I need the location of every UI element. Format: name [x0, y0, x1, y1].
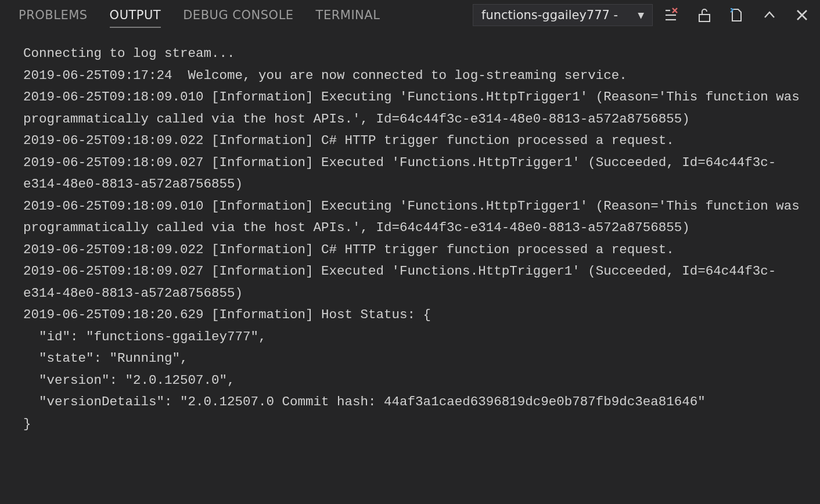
panel-header: PROBLEMS OUTPUT DEBUG CONSOLE TERMINAL f… [0, 0, 820, 30]
tab-output[interactable]: OUTPUT [110, 2, 161, 28]
collapse-panel-icon[interactable] [762, 8, 777, 23]
output-channel-label: functions-ggailey777 - [481, 8, 632, 22]
panel-tabs: PROBLEMS OUTPUT DEBUG CONSOLE TERMINAL [19, 2, 380, 28]
output-log[interactable]: Connecting to log stream... 2019-06-25T0… [0, 30, 820, 435]
svg-rect-5 [699, 15, 710, 21]
panel-actions [664, 8, 810, 23]
tab-debug-console[interactable]: DEBUG CONSOLE [183, 2, 293, 28]
clear-output-icon[interactable] [664, 8, 679, 23]
chevron-down-icon: ▼ [638, 10, 644, 20]
close-panel-icon[interactable] [794, 8, 810, 23]
tab-problems[interactable]: PROBLEMS [19, 2, 88, 28]
tab-terminal[interactable]: TERMINAL [316, 2, 380, 28]
output-channel-dropdown[interactable]: functions-ggailey777 - ▼ [473, 4, 653, 26]
lock-scroll-icon[interactable] [697, 8, 712, 23]
open-log-file-icon[interactable] [729, 8, 745, 23]
